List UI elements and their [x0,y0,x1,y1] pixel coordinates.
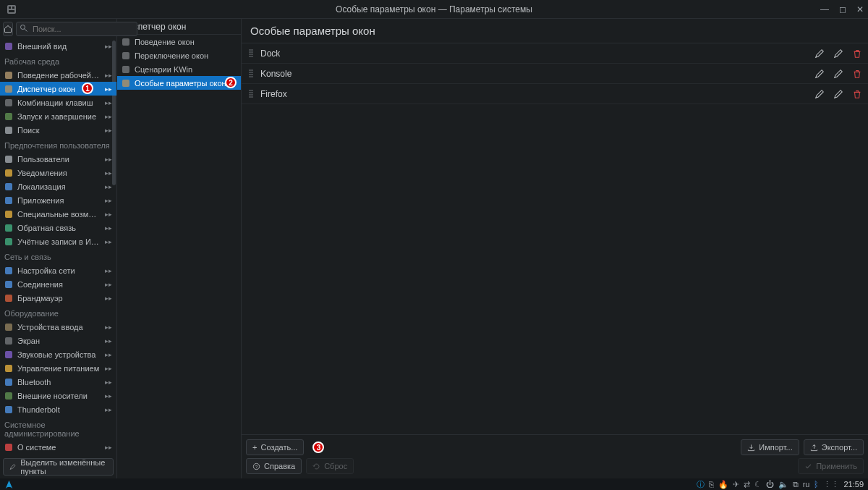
sidebar-item-updates[interactable]: Обновление программ▸▸ [0,454,116,455]
apply-button-label: Применить [816,462,857,470]
svg-rect-26 [5,392,12,400]
sidebar-item-users[interactable]: Пользователи▸▸ [0,152,116,166]
sidebar-item-appearance[interactable]: Внешний вид▸▸ [0,39,116,53]
drag-handle-icon[interactable] [247,48,255,59]
apply-button[interactable]: Применить [798,458,864,474]
sidebar-item-online-accounts[interactable]: Учётные записи в Интернете▸▸ [0,235,116,248]
sidebar-search-input[interactable] [16,22,137,36]
sidebar-item-accessibility[interactable]: Специальные возможности▸▸ [0,207,116,221]
chevron-right-icon: ▸▸ [105,169,112,177]
rule-list: DockKonsoleFirefox [242,43,868,434]
import-button[interactable]: Импорт... [741,439,799,455]
create-button[interactable]: + Создать... [246,439,304,455]
tray-telegram-icon[interactable]: ✈ [733,480,739,489]
sidebar-item-label: Bluetooth [17,378,101,386]
svg-rect-32 [122,66,129,73]
subsidebar-item-kwin-scripts[interactable]: Сценарии KWin [117,62,241,76]
duplicate-rule-button[interactable] [833,69,843,79]
tray-network-icon[interactable]: ⧉ [793,480,799,489]
reset-icon [312,462,320,470]
sidebar-item-search[interactable]: Поиск▸▸ [0,123,116,137]
sidebar-item-thunderbolt[interactable]: Thunderbolt▸▸ [0,402,116,416]
sidebar-item-applications[interactable]: Приложения▸▸ [0,193,116,207]
sidebar-item-network[interactable]: Настройка сети▸▸ [0,263,116,277]
start-button[interactable] [4,480,14,489]
bt-icon [4,378,13,386]
svg-rect-33 [122,80,129,87]
subsidebar-item-window-behavior[interactable]: Поведение окон [117,35,241,48]
sidebar-item-removable[interactable]: Внешние носители▸▸ [0,389,116,402]
tray-sync-icon[interactable]: ⇄ [744,480,750,489]
svg-rect-10 [5,127,12,134]
clock[interactable]: 21:59 [843,480,864,489]
edit-rule-button[interactable] [814,69,825,79]
reset-button[interactable]: Сброс [306,458,354,474]
rule-row[interactable]: Firefox [242,84,868,104]
help-button[interactable]: ? Справка [246,458,302,474]
svg-rect-14 [5,197,12,204]
minimize-button[interactable]: — [820,4,829,14]
tray-clipboard-icon[interactable]: ⎘ [709,480,714,489]
sidebar-item-bluetooth[interactable]: Bluetooth▸▸ [0,375,116,389]
tray-volume-icon[interactable]: 🔈 [778,480,788,489]
sidebar-item-feedback[interactable]: Обратная связь▸▸ [0,221,116,235]
tray-info-icon[interactable]: ⓘ [697,479,705,490]
svg-rect-3 [9,10,14,12]
keyboard-layout[interactable]: ru [803,480,810,489]
sidebar-item-label: О системе [17,443,101,452]
sidebar-item-power[interactable]: Управление питанием▸▸ [0,361,116,375]
chevron-right-icon: ▸▸ [105,267,112,274]
tray-fire-icon[interactable]: 🔥 [718,480,728,489]
sidebar-item-window-management[interactable]: Диспетчер окон▸▸1 [0,82,116,96]
drag-handle-icon[interactable] [247,89,255,99]
sidebar-item-connections[interactable]: Соединения▸▸ [0,277,116,291]
sidebar-item-label: Запуск и завершение [17,112,101,121]
rule-row[interactable]: Konsole [242,64,868,84]
sidebar-category-header: Предпочтения пользователя [0,137,116,152]
tray-night-icon[interactable]: ☾ [754,480,762,489]
taskbar: ⓘ ⎘ 🔥 ✈ ⇄ ☾ ⏻ 🔈 ⧉ ru ᛒ ⋮⋮ 21:59 [0,478,868,490]
page-title: Особые параметры окон [242,19,868,43]
tb-icon [4,405,13,414]
search-icon [4,126,13,135]
edit-rule-button[interactable] [814,89,825,99]
delete-rule-button[interactable] [852,69,862,79]
chevron-right-icon: ▸▸ [105,281,112,288]
sidebar-item-about[interactable]: О системе▸▸ [0,440,116,454]
maximize-button[interactable]: ◻ [839,4,846,14]
svg-rect-27 [5,406,12,413]
svg-rect-1 [9,7,11,9]
sidebar-item-input[interactable]: Устройства ввода▸▸ [0,320,116,334]
plus-icon: + [252,443,257,452]
chevron-right-icon: ▸▸ [105,392,112,400]
sidebar-item-regional[interactable]: Локализация▸▸ [0,179,116,193]
tray-power-icon[interactable]: ⏻ [766,480,774,489]
sidebar-item-workspace-behavior[interactable]: Поведение рабочей среды▸▸ [0,68,116,82]
sidebar-item-display[interactable]: Экран▸▸ [0,334,116,347]
tray-wifi-icon[interactable]: ⋮⋮ [823,480,839,489]
rule-row[interactable]: Dock [242,43,868,64]
duplicate-rule-button[interactable] [833,89,843,99]
export-button[interactable]: Экспорт... [804,439,864,455]
drag-handle-icon[interactable] [247,69,255,79]
delete-rule-button[interactable] [852,48,862,59]
svg-rect-2 [12,7,14,9]
sidebar-item-audio[interactable]: Звуковые устройства▸▸ [0,347,116,361]
sidebar-item-label: Локализация [17,182,101,191]
subsidebar-item-label: Поведение окон [135,38,237,46]
close-button[interactable]: ✕ [856,4,864,14]
sidebar-item-firewall[interactable]: Брандмауэр▸▸ [0,291,116,305]
tray-bluetooth-icon[interactable]: ᛒ [814,480,819,489]
sidebar-item-shortcuts[interactable]: Комбинации клавиш▸▸ [0,96,116,109]
delete-rule-button[interactable] [852,89,862,99]
subsidebar-item-window-rules[interactable]: Особые параметры окон2 [117,76,241,90]
sidebar-item-startup[interactable]: Запуск и завершение▸▸ [0,109,116,123]
search-icon [20,24,28,33]
highlight-changed-button[interactable]: Выделить изменённые пункты [3,458,114,476]
subsidebar-item-task-switcher[interactable]: Переключение окон [117,48,241,62]
svg-rect-13 [5,183,12,190]
sidebar-item-notifications[interactable]: Уведомления▸▸ [0,166,116,179]
duplicate-rule-button[interactable] [833,48,843,59]
home-button[interactable] [3,22,13,36]
edit-rule-button[interactable] [814,48,825,59]
